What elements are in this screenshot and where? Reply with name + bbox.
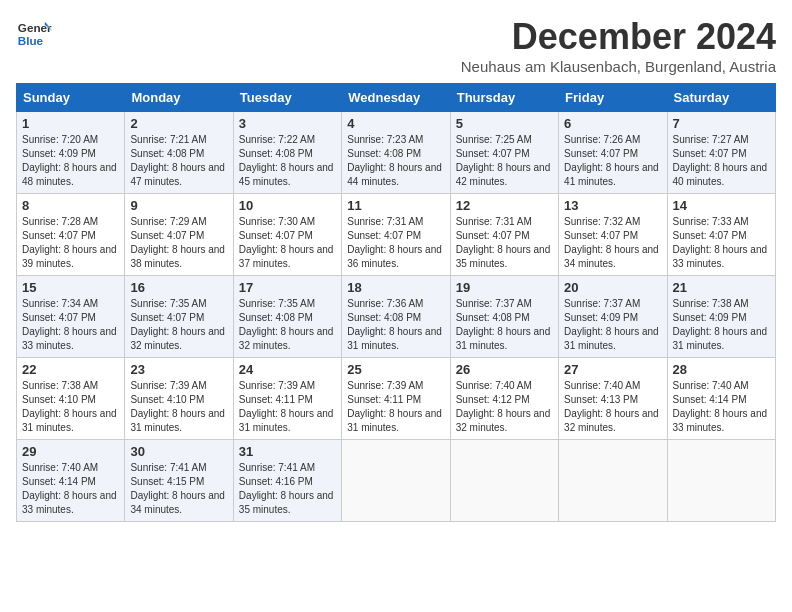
day-number: 23: [130, 362, 227, 377]
day-number: 10: [239, 198, 336, 213]
week-row-3: 15 Sunrise: 7:34 AM Sunset: 4:07 PM Dayl…: [17, 276, 776, 358]
day-cell: [450, 440, 558, 522]
day-info: Sunrise: 7:35 AM Sunset: 4:07 PM Dayligh…: [130, 297, 227, 353]
weekday-header-row: SundayMondayTuesdayWednesdayThursdayFrid…: [17, 84, 776, 112]
day-cell: 1 Sunrise: 7:20 AM Sunset: 4:09 PM Dayli…: [17, 112, 125, 194]
week-row-1: 1 Sunrise: 7:20 AM Sunset: 4:09 PM Dayli…: [17, 112, 776, 194]
day-number: 2: [130, 116, 227, 131]
calendar-table: SundayMondayTuesdayWednesdayThursdayFrid…: [16, 83, 776, 522]
day-cell: 3 Sunrise: 7:22 AM Sunset: 4:08 PM Dayli…: [233, 112, 341, 194]
day-info: Sunrise: 7:29 AM Sunset: 4:07 PM Dayligh…: [130, 215, 227, 271]
day-info: Sunrise: 7:32 AM Sunset: 4:07 PM Dayligh…: [564, 215, 661, 271]
week-row-4: 22 Sunrise: 7:38 AM Sunset: 4:10 PM Dayl…: [17, 358, 776, 440]
day-number: 30: [130, 444, 227, 459]
day-info: Sunrise: 7:25 AM Sunset: 4:07 PM Dayligh…: [456, 133, 553, 189]
day-cell: 21 Sunrise: 7:38 AM Sunset: 4:09 PM Dayl…: [667, 276, 775, 358]
day-cell: 30 Sunrise: 7:41 AM Sunset: 4:15 PM Dayl…: [125, 440, 233, 522]
day-number: 9: [130, 198, 227, 213]
weekday-header-monday: Monday: [125, 84, 233, 112]
day-cell: 2 Sunrise: 7:21 AM Sunset: 4:08 PM Dayli…: [125, 112, 233, 194]
day-cell: 28 Sunrise: 7:40 AM Sunset: 4:14 PM Dayl…: [667, 358, 775, 440]
day-info: Sunrise: 7:39 AM Sunset: 4:11 PM Dayligh…: [347, 379, 444, 435]
calendar-subtitle: Neuhaus am Klausenbach, Burgenland, Aust…: [461, 58, 776, 75]
day-number: 7: [673, 116, 770, 131]
day-cell: 11 Sunrise: 7:31 AM Sunset: 4:07 PM Dayl…: [342, 194, 450, 276]
day-number: 8: [22, 198, 119, 213]
day-info: Sunrise: 7:26 AM Sunset: 4:07 PM Dayligh…: [564, 133, 661, 189]
day-cell: 5 Sunrise: 7:25 AM Sunset: 4:07 PM Dayli…: [450, 112, 558, 194]
day-info: Sunrise: 7:40 AM Sunset: 4:13 PM Dayligh…: [564, 379, 661, 435]
day-info: Sunrise: 7:35 AM Sunset: 4:08 PM Dayligh…: [239, 297, 336, 353]
day-info: Sunrise: 7:39 AM Sunset: 4:10 PM Dayligh…: [130, 379, 227, 435]
day-cell: 12 Sunrise: 7:31 AM Sunset: 4:07 PM Dayl…: [450, 194, 558, 276]
day-cell: 18 Sunrise: 7:36 AM Sunset: 4:08 PM Dayl…: [342, 276, 450, 358]
day-cell: 9 Sunrise: 7:29 AM Sunset: 4:07 PM Dayli…: [125, 194, 233, 276]
day-info: Sunrise: 7:41 AM Sunset: 4:16 PM Dayligh…: [239, 461, 336, 517]
day-cell: [342, 440, 450, 522]
weekday-header-friday: Friday: [559, 84, 667, 112]
day-number: 31: [239, 444, 336, 459]
day-number: 26: [456, 362, 553, 377]
day-info: Sunrise: 7:22 AM Sunset: 4:08 PM Dayligh…: [239, 133, 336, 189]
day-number: 22: [22, 362, 119, 377]
day-info: Sunrise: 7:40 AM Sunset: 4:14 PM Dayligh…: [673, 379, 770, 435]
weekday-header-saturday: Saturday: [667, 84, 775, 112]
day-number: 24: [239, 362, 336, 377]
day-cell: 10 Sunrise: 7:30 AM Sunset: 4:07 PM Dayl…: [233, 194, 341, 276]
day-cell: 19 Sunrise: 7:37 AM Sunset: 4:08 PM Dayl…: [450, 276, 558, 358]
day-info: Sunrise: 7:38 AM Sunset: 4:10 PM Dayligh…: [22, 379, 119, 435]
day-number: 1: [22, 116, 119, 131]
day-cell: 25 Sunrise: 7:39 AM Sunset: 4:11 PM Dayl…: [342, 358, 450, 440]
day-number: 11: [347, 198, 444, 213]
day-cell: 29 Sunrise: 7:40 AM Sunset: 4:14 PM Dayl…: [17, 440, 125, 522]
day-info: Sunrise: 7:38 AM Sunset: 4:09 PM Dayligh…: [673, 297, 770, 353]
day-number: 4: [347, 116, 444, 131]
svg-text:Blue: Blue: [18, 34, 44, 47]
day-info: Sunrise: 7:39 AM Sunset: 4:11 PM Dayligh…: [239, 379, 336, 435]
day-info: Sunrise: 7:36 AM Sunset: 4:08 PM Dayligh…: [347, 297, 444, 353]
day-number: 13: [564, 198, 661, 213]
day-number: 3: [239, 116, 336, 131]
day-info: Sunrise: 7:30 AM Sunset: 4:07 PM Dayligh…: [239, 215, 336, 271]
day-number: 20: [564, 280, 661, 295]
day-cell: 13 Sunrise: 7:32 AM Sunset: 4:07 PM Dayl…: [559, 194, 667, 276]
day-info: Sunrise: 7:20 AM Sunset: 4:09 PM Dayligh…: [22, 133, 119, 189]
day-cell: 20 Sunrise: 7:37 AM Sunset: 4:09 PM Dayl…: [559, 276, 667, 358]
day-number: 15: [22, 280, 119, 295]
day-info: Sunrise: 7:41 AM Sunset: 4:15 PM Dayligh…: [130, 461, 227, 517]
day-cell: 16 Sunrise: 7:35 AM Sunset: 4:07 PM Dayl…: [125, 276, 233, 358]
day-cell: 23 Sunrise: 7:39 AM Sunset: 4:10 PM Dayl…: [125, 358, 233, 440]
day-number: 17: [239, 280, 336, 295]
day-number: 19: [456, 280, 553, 295]
day-cell: 15 Sunrise: 7:34 AM Sunset: 4:07 PM Dayl…: [17, 276, 125, 358]
day-cell: 24 Sunrise: 7:39 AM Sunset: 4:11 PM Dayl…: [233, 358, 341, 440]
day-info: Sunrise: 7:21 AM Sunset: 4:08 PM Dayligh…: [130, 133, 227, 189]
day-cell: 27 Sunrise: 7:40 AM Sunset: 4:13 PM Dayl…: [559, 358, 667, 440]
logo-icon: General Blue: [16, 16, 52, 52]
weekday-header-wednesday: Wednesday: [342, 84, 450, 112]
weekday-header-sunday: Sunday: [17, 84, 125, 112]
calendar-title: December 2024: [461, 16, 776, 58]
day-cell: 31 Sunrise: 7:41 AM Sunset: 4:16 PM Dayl…: [233, 440, 341, 522]
day-number: 5: [456, 116, 553, 131]
day-info: Sunrise: 7:37 AM Sunset: 4:08 PM Dayligh…: [456, 297, 553, 353]
day-info: Sunrise: 7:37 AM Sunset: 4:09 PM Dayligh…: [564, 297, 661, 353]
day-info: Sunrise: 7:40 AM Sunset: 4:14 PM Dayligh…: [22, 461, 119, 517]
day-cell: [559, 440, 667, 522]
day-cell: 8 Sunrise: 7:28 AM Sunset: 4:07 PM Dayli…: [17, 194, 125, 276]
day-number: 29: [22, 444, 119, 459]
day-cell: 26 Sunrise: 7:40 AM Sunset: 4:12 PM Dayl…: [450, 358, 558, 440]
svg-text:General: General: [18, 21, 52, 34]
day-number: 16: [130, 280, 227, 295]
day-cell: 6 Sunrise: 7:26 AM Sunset: 4:07 PM Dayli…: [559, 112, 667, 194]
day-info: Sunrise: 7:27 AM Sunset: 4:07 PM Dayligh…: [673, 133, 770, 189]
day-number: 18: [347, 280, 444, 295]
day-cell: [667, 440, 775, 522]
day-number: 28: [673, 362, 770, 377]
title-block: December 2024 Neuhaus am Klausenbach, Bu…: [461, 16, 776, 75]
day-info: Sunrise: 7:34 AM Sunset: 4:07 PM Dayligh…: [22, 297, 119, 353]
day-number: 21: [673, 280, 770, 295]
day-cell: 17 Sunrise: 7:35 AM Sunset: 4:08 PM Dayl…: [233, 276, 341, 358]
day-number: 6: [564, 116, 661, 131]
day-number: 27: [564, 362, 661, 377]
